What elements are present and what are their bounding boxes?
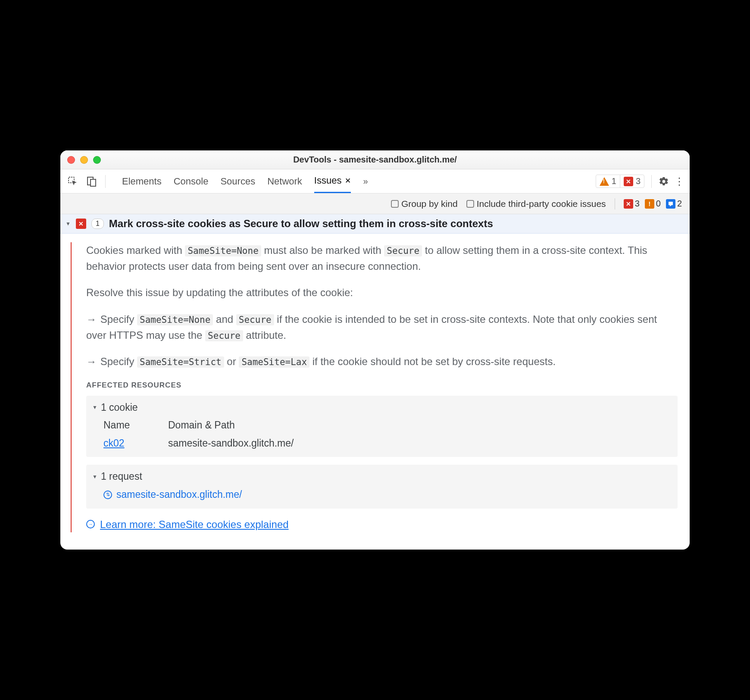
tab-elements[interactable]: Elements [122, 169, 162, 193]
minimize-window-button[interactable] [80, 156, 88, 164]
error-icon: ✕ [76, 219, 86, 229]
settings-gear-icon[interactable] [659, 176, 670, 187]
tab-sources[interactable]: Sources [220, 169, 255, 193]
error-icon: ✕ [624, 177, 633, 186]
cookie-domain-value: samesite-sandbox.glitch.me/ [168, 436, 672, 451]
expand-toggle-icon[interactable]: ▼ [66, 221, 71, 227]
error-icon: ✕ [624, 199, 633, 209]
devtools-window: DevTools - samesite-sandbox.glitch.me/ E… [60, 150, 690, 550]
col-domain-header: Domain & Path [168, 418, 672, 433]
learn-more-link[interactable]: → Learn more: SameSite cookies explained [86, 516, 678, 532]
affected-cookies-box: ▼ 1 cookie Name Domain & Path ck02 sames… [86, 396, 678, 457]
close-window-button[interactable] [67, 156, 75, 164]
issue-row-header[interactable]: ▼ ✕ 1 Mark cross-site cookies as Secure … [60, 214, 690, 234]
arrow-icon: → [86, 353, 97, 369]
request-link[interactable]: ⇅ samesite-sandbox.glitch.me/ [103, 487, 672, 503]
arrow-icon: → [86, 311, 97, 327]
svg-rect-2 [91, 179, 96, 186]
cookie-name-link[interactable]: ck02 [103, 436, 155, 451]
tab-network[interactable]: Network [267, 169, 302, 193]
warning-icon: ! [645, 199, 654, 209]
issue-suggestion-2: → Specify SameSite=Strict or SameSite=La… [86, 353, 678, 369]
warning-count: 1 [612, 176, 616, 186]
issue-body: Cookies marked with SameSite=None must a… [60, 234, 690, 550]
code-samesite-lax: SameSite=Lax [239, 356, 309, 368]
device-toolbar-icon[interactable] [86, 176, 97, 187]
include-third-party-checkbox[interactable]: Include third-party cookie issues [466, 199, 606, 209]
inspect-element-icon[interactable] [67, 176, 78, 187]
code-samesite-none: SameSite=None [185, 245, 261, 256]
more-options-icon[interactable]: ⋮ [674, 179, 685, 184]
panel-tabs: Elements Console Sources Network Issues … [113, 169, 368, 193]
col-name-header: Name [103, 418, 155, 433]
error-count: 3 [636, 176, 641, 186]
window-title: DevTools - samesite-sandbox.glitch.me/ [60, 155, 690, 165]
tab-issues-label: Issues [314, 175, 342, 186]
expand-toggle-icon: ▼ [92, 473, 97, 481]
checkbox-icon [466, 200, 474, 208]
affected-requests-box: ▼ 1 request ⇅ samesite-sandbox.glitch.me… [86, 465, 678, 508]
code-samesite-strict: SameSite=Strict [137, 356, 224, 368]
code-secure: Secure [205, 330, 243, 341]
tab-console[interactable]: Console [174, 169, 209, 193]
issues-filter-bar: Group by kind Include third-party cookie… [60, 194, 690, 214]
svg-rect-3 [669, 202, 673, 205]
cookies-table: Name Domain & Path ck02 samesite-sandbox… [103, 418, 672, 451]
issue-title: Mark cross-site cookies as Secure to all… [109, 218, 493, 230]
severity-rail [71, 242, 72, 532]
stat-warnings[interactable]: ! 0 [645, 199, 661, 209]
issue-description-1: Cookies marked with SameSite=None must a… [86, 242, 678, 274]
issue-counts: ✕ 3 ! 0 2 [624, 199, 682, 209]
warnings-indicator[interactable]: 1 [596, 175, 620, 188]
code-secure: Secure [384, 245, 422, 256]
affected-cookies-toggle[interactable]: ▼ 1 cookie [92, 400, 672, 416]
checkbox-icon [391, 200, 399, 208]
info-icon [666, 199, 675, 209]
tabs-overflow-icon[interactable]: » [363, 176, 368, 186]
close-tab-icon[interactable]: ✕ [345, 176, 351, 185]
issue-suggestion-1: → Specify SameSite=None and Secure if th… [86, 311, 678, 343]
stat-errors[interactable]: ✕ 3 [624, 199, 640, 209]
zoom-window-button[interactable] [93, 156, 101, 164]
group-by-kind-checkbox[interactable]: Group by kind [391, 199, 458, 209]
code-secure: Secure [236, 314, 274, 325]
external-link-icon: → [86, 520, 95, 528]
stat-info[interactable]: 2 [666, 199, 682, 209]
warning-icon [600, 177, 609, 186]
issue-occurrence-count: 1 [91, 219, 104, 229]
expand-toggle-icon: ▼ [92, 403, 97, 412]
issue-description-2: Resolve this issue by updating the attri… [86, 284, 678, 300]
errors-indicator[interactable]: ✕ 3 [620, 175, 644, 188]
affected-resources-label: Affected Resources [86, 380, 678, 391]
titlebar: DevTools - samesite-sandbox.glitch.me/ [60, 150, 690, 169]
tab-issues[interactable]: Issues ✕ [314, 169, 351, 193]
traffic-lights [67, 156, 101, 164]
main-toolbar: Elements Console Sources Network Issues … [60, 169, 690, 194]
request-icon: ⇅ [103, 491, 112, 499]
affected-requests-toggle[interactable]: ▼ 1 request [92, 469, 672, 484]
code-samesite-none: SameSite=None [137, 314, 213, 325]
